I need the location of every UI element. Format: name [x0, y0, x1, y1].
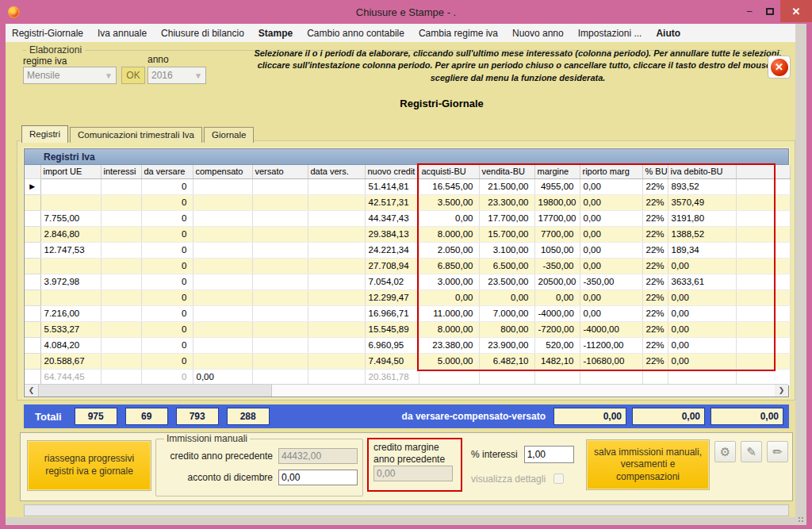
row-selector[interactable] — [25, 274, 40, 289]
acconto-di-dicembre-field[interactable] — [278, 470, 358, 485]
grid-cell[interactable]: 3.972,98 — [40, 274, 101, 289]
grid-cell[interactable]: 1482,10 — [534, 353, 580, 369]
grid-cell[interactable]: 0,00 — [534, 289, 580, 305]
row-selector[interactable] — [25, 258, 40, 274]
grid-cell[interactable] — [308, 274, 365, 289]
visualizza-dettagli-checkbox[interactable] — [553, 473, 564, 484]
grid-cell[interactable]: 800,00 — [479, 321, 534, 337]
grid-cell[interactable]: 8.000,00 — [419, 226, 479, 242]
grid-cell[interactable]: 22% — [642, 242, 668, 258]
scrollbar-thumb[interactable] — [38, 385, 272, 397]
grid-cell[interactable] — [101, 226, 141, 242]
tab-comunicazioni-trimestrali-iva[interactable]: Comunicazioni trimestrali Iva — [70, 127, 202, 143]
grid-cell[interactable] — [193, 194, 252, 210]
grid-cell[interactable] — [252, 178, 308, 194]
grid-cell[interactable] — [101, 194, 141, 210]
grid-cell[interactable] — [642, 369, 668, 385]
row-selector[interactable]: ▶ — [25, 178, 40, 194]
grid-cell[interactable]: 22% — [642, 305, 668, 321]
grid-cell[interactable] — [193, 226, 252, 242]
grid-cell[interactable] — [308, 258, 365, 274]
grid-cell[interactable]: 0,00 — [580, 194, 642, 210]
grid-cell[interactable]: -10680,00 — [580, 353, 642, 369]
grid-cell[interactable]: 3.100,00 — [479, 242, 534, 258]
grid-cell[interactable]: -7200,00 — [534, 321, 580, 337]
grid-cell[interactable] — [101, 242, 141, 258]
grid-cell[interactable]: 5.533,27 — [40, 321, 101, 337]
grid-cell[interactable]: 3.500,00 — [419, 194, 479, 210]
grid-cell[interactable] — [193, 353, 252, 369]
grid-cell[interactable]: 0,00 — [419, 210, 479, 226]
grid-cell[interactable]: 22% — [642, 178, 668, 194]
grid-cell[interactable]: 0,00 — [580, 289, 642, 305]
grid-cell[interactable]: 22% — [642, 210, 668, 226]
grid-cell[interactable]: 29.384,13 — [365, 226, 419, 242]
grid-cell[interactable] — [40, 289, 101, 305]
row-selector[interactable] — [25, 369, 40, 385]
grid-cell[interactable]: 51.414,81 — [365, 178, 419, 194]
grid-cell[interactable]: 16.545,00 — [419, 178, 479, 194]
grid-cell[interactable]: 893,52 — [668, 178, 736, 194]
grid-cell[interactable]: 22% — [642, 337, 668, 353]
edit-button[interactable]: ✎ — [741, 441, 762, 462]
maximize-button[interactable] — [760, 0, 780, 22]
grid-cell[interactable]: 3633,61 — [668, 274, 736, 289]
grid-cell[interactable]: 16.966,71 — [365, 305, 419, 321]
reassign-progressivi-button[interactable]: riassegna progressivi registri iva e gio… — [27, 440, 151, 491]
grid-cell[interactable]: 3191,80 — [668, 210, 736, 226]
selector-header[interactable] — [25, 165, 40, 178]
row-selector[interactable] — [25, 289, 40, 305]
column-header[interactable]: riporto marg — [580, 165, 642, 178]
close-panel-button[interactable]: ✕ — [768, 56, 791, 79]
column-header[interactable]: da versare — [141, 165, 193, 178]
grid-cell[interactable]: 0 — [141, 321, 193, 337]
menu-registri-giornale[interactable]: Registri-Giornale — [12, 28, 83, 39]
grid-cell[interactable]: 27.708,94 — [365, 258, 419, 274]
grid-cell[interactable]: 1388,52 — [668, 226, 736, 242]
grid-cell[interactable] — [308, 305, 365, 321]
edit-notes-button[interactable]: ✏ — [767, 441, 788, 462]
grid-cell[interactable] — [193, 321, 252, 337]
grid-cell[interactable] — [252, 242, 308, 258]
grid-cell[interactable] — [252, 194, 308, 210]
menu-cambio-anno-contabile[interactable]: Cambio anno contabile — [307, 28, 404, 39]
grid-cell[interactable]: 22% — [642, 321, 668, 337]
grid-cell[interactable]: 7.054,02 — [365, 274, 419, 289]
menu-aiuto[interactable]: Aiuto — [656, 28, 680, 39]
grid-cell[interactable]: 0,00 — [580, 178, 642, 194]
grid-cell[interactable] — [308, 210, 365, 226]
grid-cell[interactable]: 23.380,00 — [419, 337, 479, 353]
grid-cell[interactable]: 0,00 — [668, 258, 736, 274]
horizontal-scrollbar[interactable]: ❮ ❯ — [25, 384, 788, 397]
menu-stampe[interactable]: Stampe — [259, 28, 293, 39]
tab-registri[interactable]: Registri — [21, 125, 68, 143]
grid-cell[interactable]: 3570,49 — [668, 194, 736, 210]
grid-cell[interactable] — [252, 337, 308, 353]
grid-cell[interactable]: 1050,00 — [534, 242, 580, 258]
grid-cell[interactable] — [308, 353, 365, 369]
grid-cell[interactable]: 15.700,00 — [479, 226, 534, 242]
grid-cell[interactable]: 0 — [141, 210, 193, 226]
tab-giornale[interactable]: Giornale — [204, 127, 254, 143]
row-selector[interactable] — [25, 194, 40, 210]
grid-cell[interactable]: 0,00 — [580, 226, 642, 242]
grid-cell[interactable]: 0 — [141, 369, 193, 385]
grid-cell[interactable] — [101, 210, 141, 226]
grid-cell[interactable]: 20.361,78 — [365, 369, 419, 385]
menu-nuovo-anno[interactable]: Nuovo anno — [512, 28, 564, 39]
grid-cell[interactable]: 0,00 — [668, 353, 736, 369]
grid-cell[interactable]: 0 — [141, 258, 193, 274]
grid-cell[interactable]: 17.700,00 — [479, 210, 534, 226]
settings-button[interactable]: ⚙ — [714, 441, 736, 462]
grid-cell[interactable] — [308, 242, 365, 258]
grid-cell[interactable] — [101, 289, 141, 305]
grid-cell[interactable]: -4000,00 — [580, 321, 642, 337]
grid-cell[interactable]: 0,00 — [668, 321, 736, 337]
grid-cell[interactable]: 6.482,10 — [479, 353, 534, 369]
grid-cell[interactable] — [252, 210, 308, 226]
grid-cell[interactable]: 0 — [141, 242, 193, 258]
grid-cell[interactable] — [101, 178, 141, 194]
column-header[interactable]: nuovo credit — [365, 165, 419, 178]
grid-cell[interactable] — [101, 369, 141, 385]
grid-cell[interactable] — [101, 337, 141, 353]
